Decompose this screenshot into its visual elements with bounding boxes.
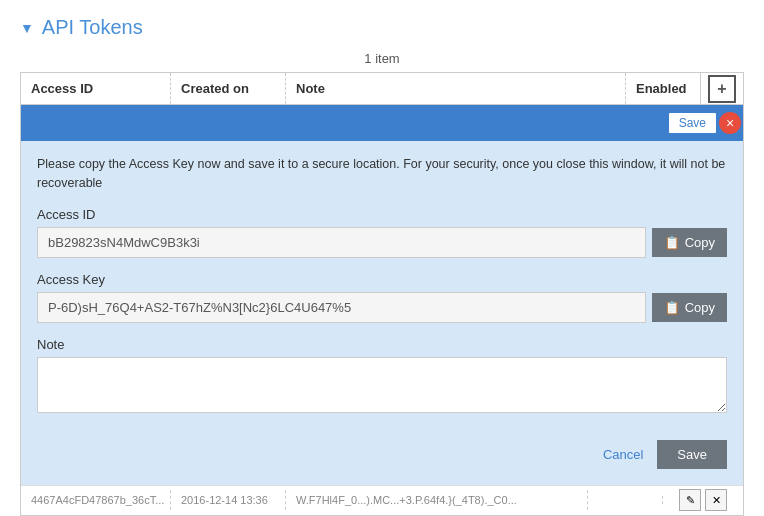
row-actions: Save × [668,105,743,141]
row-enabled [588,496,663,504]
access-key-field-group: Access Key 📋 Copy [37,272,727,323]
cancel-button[interactable]: Cancel [603,447,643,462]
add-token-button[interactable]: + [708,75,736,103]
new-token-panel: Please copy the Access Key now and save … [21,141,743,485]
form-action-row: Cancel Save [37,430,727,475]
page-title: API Tokens [42,16,143,39]
note-label: Note [37,337,727,352]
table-row: 4467A4cFD47867b_36cT... 2016-12-14 13:36… [21,485,743,515]
col-header-access-id: Access ID [21,73,171,104]
row-created: 2016-12-14 13:36 [171,490,286,510]
row-edit-button[interactable]: ✎ [679,489,701,511]
copy-access-id-label: Copy [685,235,715,250]
col-header-enabled: Enabled [626,73,701,104]
save-button[interactable]: Save [657,440,727,469]
row-delete-button[interactable]: ✕ [705,489,727,511]
copy-access-key-button[interactable]: 📋 Copy [652,293,727,322]
col-header-created: Created on [171,73,286,104]
access-id-label: Access ID [37,207,727,222]
col-header-add: + [701,75,743,103]
table-header: Access ID Created on Note Enabled + [21,73,743,105]
copy-access-id-button[interactable]: 📋 Copy [652,228,727,257]
col-header-note: Note [286,73,626,104]
triangle-icon: ▼ [20,20,34,36]
note-field-group: Note [37,337,727,416]
access-key-input[interactable] [37,292,646,323]
row-note: W.F7Hl4F_0...).MC...+3.P.64f4.}(_4T8)._C… [286,490,588,510]
row-access-id: 4467A4cFD47867b_36cT... [21,490,171,510]
api-tokens-table: Access ID Created on Note Enabled + Save… [20,72,744,516]
access-key-label: Access Key [37,272,727,287]
clipboard-icon: 📋 [664,235,680,250]
clipboard-icon-2: 📋 [664,300,680,315]
row-cancel-button[interactable]: × [719,112,741,134]
access-id-input[interactable] [37,227,646,258]
access-id-row: 📋 Copy [37,227,727,258]
table-row-editing: Save × [21,105,743,141]
row-action-buttons: ✎ ✕ [663,489,743,511]
item-count: 1 item [20,51,744,66]
copy-access-key-label: Copy [685,300,715,315]
access-id-field-group: Access ID 📋 Copy [37,207,727,258]
note-textarea[interactable] [37,357,727,413]
row-save-button[interactable]: Save [668,112,717,134]
access-key-row: 📋 Copy [37,292,727,323]
section-header: ▼ API Tokens [20,16,744,39]
info-message: Please copy the Access Key now and save … [37,155,727,193]
